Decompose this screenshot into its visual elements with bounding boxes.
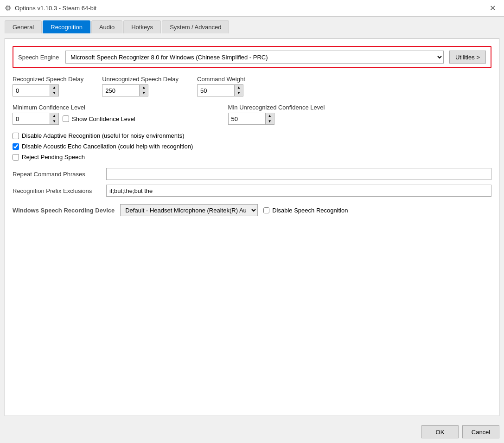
min-confidence-buttons: ▲ ▼ xyxy=(50,113,59,125)
min-unrecognized-down[interactable]: ▼ xyxy=(266,119,274,124)
command-weight-spinner: ▲ ▼ xyxy=(197,84,245,96)
title-bar: ⚙ Options v1.10.3 - Steam 64-bit ✕ xyxy=(0,0,504,17)
command-weight-up[interactable]: ▲ xyxy=(235,85,243,90)
tab-recognition[interactable]: Recognition xyxy=(43,20,90,33)
show-confidence-level-checkbox[interactable] xyxy=(63,116,69,122)
unrecognized-speech-delay-label: Unrecognized Speech Delay xyxy=(102,76,179,83)
reject-pending-row: Reject Pending Speech xyxy=(13,154,491,161)
min-unrecognized-buttons: ▲ ▼ xyxy=(265,113,274,125)
command-weight-down[interactable]: ▼ xyxy=(235,90,243,96)
min-confidence-up[interactable]: ▲ xyxy=(50,113,58,119)
unrecognized-speech-delay-group: Unrecognized Speech Delay ▲ ▼ xyxy=(102,76,179,96)
speech-engine-select[interactable]: Microsoft Speech Recognizer 8.0 for Wind… xyxy=(65,51,444,64)
command-weight-buttons: ▲ ▼ xyxy=(234,84,243,96)
min-unrecognized-confidence-label: Min Unrecognized Confidence Level xyxy=(228,104,325,111)
confidence-input-row: ▲ ▼ Show Confidence Level xyxy=(13,113,135,125)
title-bar-left: ⚙ Options v1.10.3 - Steam 64-bit xyxy=(5,4,96,13)
reject-pending-label: Reject Pending Speech xyxy=(22,154,85,161)
disable-speech-row: Disable Speech Recognition xyxy=(263,207,348,214)
checkboxes-section: Disable Adaptive Recognition (useful for… xyxy=(13,132,491,161)
min-unrecognized-input[interactable] xyxy=(228,113,265,125)
tab-general[interactable]: General xyxy=(5,20,42,33)
text-fields-section: Repeat Command Phrases Recognition Prefi… xyxy=(13,168,491,197)
recognized-speech-delay-buttons: ▲ ▼ xyxy=(50,84,59,96)
min-unrecognized-spinner: ▲ ▼ xyxy=(228,113,325,125)
ok-button[interactable]: OK xyxy=(421,425,459,438)
device-row: Windows Speech Recording Device Default … xyxy=(13,204,491,216)
unrecognized-speech-delay-spinner: ▲ ▼ xyxy=(102,84,179,96)
show-confidence-level-label: Show Confidence Level xyxy=(72,116,135,122)
speech-engine-label: Speech Engine xyxy=(18,54,60,61)
recognition-prefix-row: Recognition Prefix Exclusions xyxy=(13,185,491,197)
bottom-buttons: OK Cancel xyxy=(0,421,504,443)
repeat-command-label: Repeat Command Phrases xyxy=(13,171,101,178)
device-select[interactable]: Default - Headset Microphone (Realtek(R)… xyxy=(120,204,258,216)
gear-icon: ⚙ xyxy=(5,4,11,13)
window-title: Options v1.10.3 - Steam 64-bit xyxy=(15,5,96,12)
repeat-command-row: Repeat Command Phrases xyxy=(13,168,491,180)
confidence-left: Minimum Confidence Level ▲ ▼ Show Confid… xyxy=(13,104,135,125)
recognized-speech-delay-up[interactable]: ▲ xyxy=(50,85,58,90)
min-confidence-spinner: ▲ ▼ xyxy=(13,113,59,125)
command-weight-group: Command Weight ▲ ▼ xyxy=(197,76,245,96)
show-confidence-level-row: Show Confidence Level xyxy=(63,116,135,122)
unrecognized-speech-delay-buttons: ▲ ▼ xyxy=(139,84,148,96)
disable-adaptive-checkbox[interactable] xyxy=(13,133,19,139)
disable-speech-recognition-label: Disable Speech Recognition xyxy=(272,207,348,214)
unrecognized-speech-delay-down[interactable]: ▼ xyxy=(140,90,148,96)
disable-echo-row: Disable Acoustic Echo Cancellation (coul… xyxy=(13,143,491,150)
command-weight-label: Command Weight xyxy=(197,76,245,83)
recognition-prefix-label: Recognition Prefix Exclusions xyxy=(13,187,101,194)
tab-hotkeys[interactable]: Hotkeys xyxy=(123,20,161,33)
confidence-row: Minimum Confidence Level ▲ ▼ Show Confid… xyxy=(13,104,491,125)
min-confidence-input[interactable] xyxy=(13,113,50,125)
tab-system-advanced[interactable]: System / Advanced xyxy=(162,20,229,33)
cancel-button[interactable]: Cancel xyxy=(462,425,499,438)
main-content: Speech Engine Microsoft Speech Recognize… xyxy=(0,33,504,421)
speech-engine-row: Speech Engine Microsoft Speech Recognize… xyxy=(13,46,491,68)
utilities-button[interactable]: Utilities > xyxy=(449,51,486,64)
minimum-confidence-level-label: Minimum Confidence Level xyxy=(13,104,135,111)
unrecognized-speech-delay-input[interactable] xyxy=(102,84,139,96)
disable-echo-checkbox[interactable] xyxy=(13,143,19,150)
repeat-command-input[interactable] xyxy=(106,168,491,180)
command-weight-input[interactable] xyxy=(197,84,234,96)
disable-adaptive-label: Disable Adaptive Recognition (useful for… xyxy=(22,132,184,139)
recognition-prefix-input[interactable] xyxy=(106,185,491,197)
tab-audio[interactable]: Audio xyxy=(91,20,122,33)
min-confidence-down[interactable]: ▼ xyxy=(50,119,58,124)
tab-bar: General Recognition Audio Hotkeys System… xyxy=(0,17,504,33)
disable-echo-label: Disable Acoustic Echo Cancellation (coul… xyxy=(22,143,193,150)
recognized-speech-delay-down[interactable]: ▼ xyxy=(50,90,58,96)
device-label: Windows Speech Recording Device xyxy=(13,207,115,214)
main-window: ⚙ Options v1.10.3 - Steam 64-bit ✕ Gener… xyxy=(0,0,504,443)
close-button[interactable]: ✕ xyxy=(485,1,499,15)
reject-pending-checkbox[interactable] xyxy=(13,154,19,161)
panel: Speech Engine Microsoft Speech Recognize… xyxy=(5,38,499,416)
confidence-right: Min Unrecognized Confidence Level ▲ ▼ xyxy=(228,104,325,125)
disable-adaptive-row: Disable Adaptive Recognition (useful for… xyxy=(13,132,491,139)
recognized-speech-delay-spinner: ▲ ▼ xyxy=(13,84,83,96)
recognized-speech-delay-group: Recognized Speech Delay ▲ ▼ xyxy=(13,76,83,96)
recognized-speech-delay-label: Recognized Speech Delay xyxy=(13,76,83,83)
spacer xyxy=(13,224,491,408)
disable-speech-recognition-checkbox[interactable] xyxy=(263,207,269,213)
recognized-speech-delay-input[interactable] xyxy=(13,84,50,96)
delays-row: Recognized Speech Delay ▲ ▼ Unrecognized… xyxy=(13,76,491,96)
min-unrecognized-up[interactable]: ▲ xyxy=(266,113,274,119)
unrecognized-speech-delay-up[interactable]: ▲ xyxy=(140,85,148,90)
